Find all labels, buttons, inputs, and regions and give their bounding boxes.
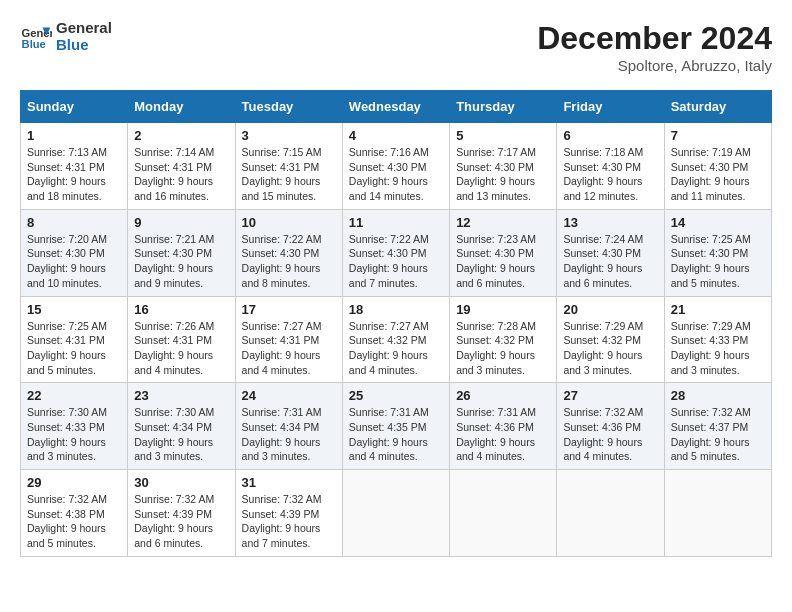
day-number: 5 xyxy=(456,128,550,143)
table-row: 15 Sunrise: 7:25 AM Sunset: 4:31 PM Dayl… xyxy=(21,296,128,383)
day-number: 10 xyxy=(242,215,336,230)
sunrise-label: Sunrise: 7:30 AM xyxy=(134,406,214,418)
day-info: Sunrise: 7:24 AM Sunset: 4:30 PM Dayligh… xyxy=(563,232,657,291)
table-row xyxy=(664,470,771,557)
day-number: 25 xyxy=(349,388,443,403)
day-info: Sunrise: 7:23 AM Sunset: 4:30 PM Dayligh… xyxy=(456,232,550,291)
table-row: 1 Sunrise: 7:13 AM Sunset: 4:31 PM Dayli… xyxy=(21,123,128,210)
day-number: 21 xyxy=(671,302,765,317)
sunrise-label: Sunrise: 7:13 AM xyxy=(27,146,107,158)
sunset-label: Sunset: 4:33 PM xyxy=(27,421,105,433)
sunrise-label: Sunrise: 7:16 AM xyxy=(349,146,429,158)
table-row: 4 Sunrise: 7:16 AM Sunset: 4:30 PM Dayli… xyxy=(342,123,449,210)
location: Spoltore, Abruzzo, Italy xyxy=(537,57,772,74)
sunset-label: Sunset: 4:31 PM xyxy=(242,161,320,173)
day-info: Sunrise: 7:32 AM Sunset: 4:38 PM Dayligh… xyxy=(27,492,121,551)
daylight-label: Daylight: 9 hours and 5 minutes. xyxy=(671,436,750,463)
sunset-label: Sunset: 4:30 PM xyxy=(671,247,749,259)
day-info: Sunrise: 7:25 AM Sunset: 4:30 PM Dayligh… xyxy=(671,232,765,291)
day-number: 12 xyxy=(456,215,550,230)
table-row: 23 Sunrise: 7:30 AM Sunset: 4:34 PM Dayl… xyxy=(128,383,235,470)
sunrise-label: Sunrise: 7:32 AM xyxy=(134,493,214,505)
calendar-week-2: 8 Sunrise: 7:20 AM Sunset: 4:30 PM Dayli… xyxy=(21,209,772,296)
day-number: 11 xyxy=(349,215,443,230)
day-info: Sunrise: 7:25 AM Sunset: 4:31 PM Dayligh… xyxy=(27,319,121,378)
day-info: Sunrise: 7:13 AM Sunset: 4:31 PM Dayligh… xyxy=(27,145,121,204)
daylight-label: Daylight: 9 hours and 6 minutes. xyxy=(134,522,213,549)
table-row: 9 Sunrise: 7:21 AM Sunset: 4:30 PM Dayli… xyxy=(128,209,235,296)
day-number: 6 xyxy=(563,128,657,143)
sunset-label: Sunset: 4:31 PM xyxy=(134,161,212,173)
daylight-label: Daylight: 9 hours and 4 minutes. xyxy=(456,436,535,463)
table-row: 2 Sunrise: 7:14 AM Sunset: 4:31 PM Dayli… xyxy=(128,123,235,210)
day-number: 17 xyxy=(242,302,336,317)
day-number: 27 xyxy=(563,388,657,403)
sunrise-label: Sunrise: 7:25 AM xyxy=(671,233,751,245)
day-info: Sunrise: 7:31 AM Sunset: 4:34 PM Dayligh… xyxy=(242,405,336,464)
table-row xyxy=(342,470,449,557)
sunrise-label: Sunrise: 7:29 AM xyxy=(563,320,643,332)
sunset-label: Sunset: 4:32 PM xyxy=(563,334,641,346)
svg-text:Blue: Blue xyxy=(22,38,46,50)
day-info: Sunrise: 7:26 AM Sunset: 4:31 PM Dayligh… xyxy=(134,319,228,378)
day-number: 18 xyxy=(349,302,443,317)
day-info: Sunrise: 7:30 AM Sunset: 4:33 PM Dayligh… xyxy=(27,405,121,464)
col-friday: Friday xyxy=(557,91,664,123)
table-row: 31 Sunrise: 7:32 AM Sunset: 4:39 PM Dayl… xyxy=(235,470,342,557)
col-monday: Monday xyxy=(128,91,235,123)
day-number: 16 xyxy=(134,302,228,317)
day-number: 3 xyxy=(242,128,336,143)
sunset-label: Sunset: 4:30 PM xyxy=(671,161,749,173)
daylight-label: Daylight: 9 hours and 3 minutes. xyxy=(27,436,106,463)
daylight-label: Daylight: 9 hours and 11 minutes. xyxy=(671,175,750,202)
logo: General Blue General Blue xyxy=(20,20,112,53)
sunset-label: Sunset: 4:30 PM xyxy=(349,161,427,173)
sunrise-label: Sunrise: 7:15 AM xyxy=(242,146,322,158)
month-year: December 2024 xyxy=(537,20,772,57)
daylight-label: Daylight: 9 hours and 6 minutes. xyxy=(456,262,535,289)
table-row: 18 Sunrise: 7:27 AM Sunset: 4:32 PM Dayl… xyxy=(342,296,449,383)
table-row: 3 Sunrise: 7:15 AM Sunset: 4:31 PM Dayli… xyxy=(235,123,342,210)
sunset-label: Sunset: 4:30 PM xyxy=(134,247,212,259)
daylight-label: Daylight: 9 hours and 14 minutes. xyxy=(349,175,428,202)
sunset-label: Sunset: 4:36 PM xyxy=(563,421,641,433)
day-number: 24 xyxy=(242,388,336,403)
table-row: 25 Sunrise: 7:31 AM Sunset: 4:35 PM Dayl… xyxy=(342,383,449,470)
day-info: Sunrise: 7:32 AM Sunset: 4:36 PM Dayligh… xyxy=(563,405,657,464)
day-info: Sunrise: 7:22 AM Sunset: 4:30 PM Dayligh… xyxy=(242,232,336,291)
day-number: 26 xyxy=(456,388,550,403)
sunrise-label: Sunrise: 7:22 AM xyxy=(349,233,429,245)
day-number: 7 xyxy=(671,128,765,143)
daylight-label: Daylight: 9 hours and 10 minutes. xyxy=(27,262,106,289)
sunset-label: Sunset: 4:37 PM xyxy=(671,421,749,433)
calendar-week-1: 1 Sunrise: 7:13 AM Sunset: 4:31 PM Dayli… xyxy=(21,123,772,210)
sunset-label: Sunset: 4:39 PM xyxy=(242,508,320,520)
day-number: 1 xyxy=(27,128,121,143)
table-row: 24 Sunrise: 7:31 AM Sunset: 4:34 PM Dayl… xyxy=(235,383,342,470)
day-info: Sunrise: 7:32 AM Sunset: 4:37 PM Dayligh… xyxy=(671,405,765,464)
table-row: 14 Sunrise: 7:25 AM Sunset: 4:30 PM Dayl… xyxy=(664,209,771,296)
sunset-label: Sunset: 4:38 PM xyxy=(27,508,105,520)
day-info: Sunrise: 7:17 AM Sunset: 4:30 PM Dayligh… xyxy=(456,145,550,204)
table-row: 7 Sunrise: 7:19 AM Sunset: 4:30 PM Dayli… xyxy=(664,123,771,210)
table-row: 28 Sunrise: 7:32 AM Sunset: 4:37 PM Dayl… xyxy=(664,383,771,470)
calendar-week-4: 22 Sunrise: 7:30 AM Sunset: 4:33 PM Dayl… xyxy=(21,383,772,470)
col-thursday: Thursday xyxy=(450,91,557,123)
daylight-label: Daylight: 9 hours and 3 minutes. xyxy=(563,349,642,376)
sunrise-label: Sunrise: 7:32 AM xyxy=(242,493,322,505)
table-row xyxy=(557,470,664,557)
sunrise-label: Sunrise: 7:18 AM xyxy=(563,146,643,158)
daylight-label: Daylight: 9 hours and 4 minutes. xyxy=(134,349,213,376)
sunrise-label: Sunrise: 7:17 AM xyxy=(456,146,536,158)
sunrise-label: Sunrise: 7:32 AM xyxy=(27,493,107,505)
table-row: 5 Sunrise: 7:17 AM Sunset: 4:30 PM Dayli… xyxy=(450,123,557,210)
sunset-label: Sunset: 4:30 PM xyxy=(242,247,320,259)
sunrise-label: Sunrise: 7:26 AM xyxy=(134,320,214,332)
day-number: 19 xyxy=(456,302,550,317)
sunset-label: Sunset: 4:32 PM xyxy=(349,334,427,346)
daylight-label: Daylight: 9 hours and 6 minutes. xyxy=(563,262,642,289)
day-info: Sunrise: 7:32 AM Sunset: 4:39 PM Dayligh… xyxy=(242,492,336,551)
table-row xyxy=(450,470,557,557)
sunset-label: Sunset: 4:30 PM xyxy=(456,161,534,173)
sunset-label: Sunset: 4:31 PM xyxy=(134,334,212,346)
